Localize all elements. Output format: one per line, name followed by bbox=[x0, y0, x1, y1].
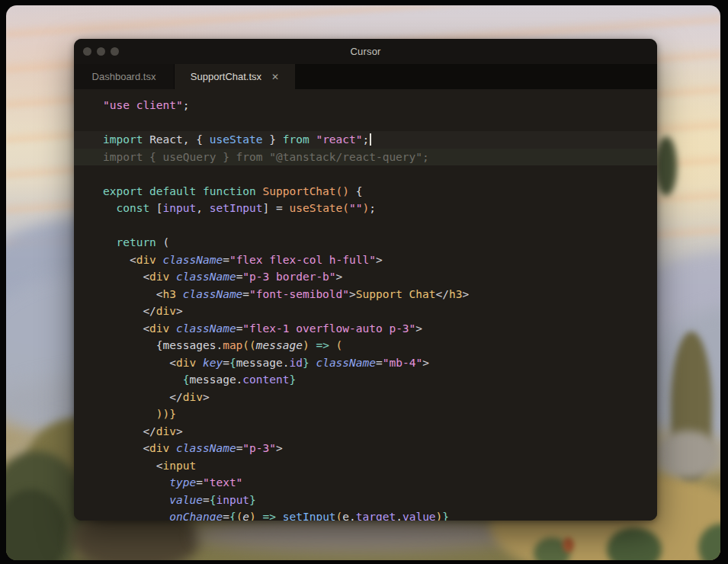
code-line: {messages.map((message) => ( bbox=[74, 337, 657, 354]
tab-bar: Dashboard.tsxSupportChat.tsx✕ bbox=[74, 64, 657, 89]
code-line: <div key={message.id} className="mb-4"> bbox=[74, 354, 657, 372]
tab-label: SupportChat.tsx bbox=[191, 71, 261, 82]
code-line: <input bbox=[74, 457, 657, 475]
code-line: </div> bbox=[74, 423, 657, 441]
code-line: <h3 className="font-semibold">Support Ch… bbox=[74, 286, 657, 303]
wallpaper-tree-window-edge bbox=[656, 136, 677, 196]
code-line: return ( bbox=[74, 234, 657, 252]
wallpaper-rust-accent bbox=[563, 537, 574, 553]
tab-dashboard-tsx[interactable]: Dashboard.tsx bbox=[74, 64, 175, 89]
cursor-editor-window: Cursor Dashboard.tsxSupportChat.tsx✕ "us… bbox=[74, 39, 657, 521]
wallpaper-rock-right bbox=[656, 431, 720, 478]
tab-close-icon[interactable]: ✕ bbox=[271, 72, 279, 82]
wallpaper-haze-bottom bbox=[193, 518, 521, 552]
tab-label: Dashboard.tsx bbox=[92, 71, 156, 82]
screen: Cursor Dashboard.tsxSupportChat.tsx✕ "us… bbox=[0, 0, 728, 564]
code-line bbox=[74, 114, 657, 132]
code-area[interactable]: "use client";import React, { useState } … bbox=[74, 89, 657, 521]
code-line: <div className="flex flex-col h-full"> bbox=[74, 252, 657, 269]
code-line: import { useQuery } from "@tanstack/reac… bbox=[74, 149, 657, 166]
code-line: value={input} bbox=[74, 492, 657, 509]
code-line bbox=[74, 217, 657, 235]
code-line: </div> bbox=[74, 303, 657, 320]
code-line: ))} bbox=[74, 405, 657, 423]
title-bar[interactable]: Cursor bbox=[74, 39, 657, 64]
window-title: Cursor bbox=[74, 46, 657, 57]
code-line: onChange={(e) => setInput(e.target.value… bbox=[74, 508, 657, 521]
code-line: <div className="p-3"> bbox=[74, 440, 657, 457]
code-line: </div> bbox=[74, 389, 657, 406]
code-line: <div className="p-3 border-b"> bbox=[74, 268, 657, 286]
code-line: type="text" bbox=[74, 474, 657, 492]
code-line: const [input, setInput] = useState(""); bbox=[74, 200, 657, 217]
code-line: "use client"; bbox=[74, 97, 657, 114]
code-line: {message.content} bbox=[74, 371, 657, 389]
code-line bbox=[74, 165, 657, 183]
tab-supportchat-tsx[interactable]: SupportChat.tsx✕ bbox=[175, 64, 295, 89]
text-cursor-caret bbox=[370, 133, 371, 146]
code-line: export default function SupportChat() { bbox=[74, 183, 657, 200]
code-line: <div className="flex-1 overflow-auto p-3… bbox=[74, 320, 657, 338]
code-line: import React, { useState } from "react"; bbox=[74, 131, 657, 149]
